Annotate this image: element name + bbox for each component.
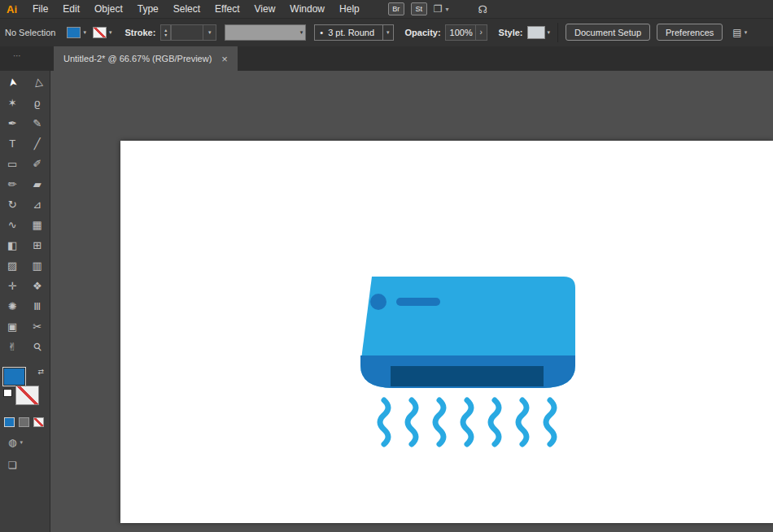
stroke-arrow-icon[interactable]: ▾ xyxy=(109,29,112,36)
stroke-weight-stepper[interactable]: ▴ ▾ xyxy=(160,24,171,41)
drawing-mode-arrow-icon[interactable]: ▾ xyxy=(20,439,23,446)
bridge-icon[interactable]: Br xyxy=(388,2,404,15)
menu-file[interactable]: File xyxy=(25,1,55,18)
column-graph-tool[interactable]: Ⅲ xyxy=(25,296,50,316)
rotate-tool[interactable]: ↻ xyxy=(0,194,25,215)
stroke-label[interactable]: Stroke: xyxy=(124,28,155,37)
stroke-color-swatch[interactable] xyxy=(93,27,107,38)
menu-window[interactable]: Window xyxy=(282,1,332,18)
workspace-switcher-icon[interactable]: ❐ xyxy=(434,3,443,15)
opacity-dropdown-button[interactable]: › xyxy=(476,24,487,41)
variable-width-profile-dropdown[interactable]: • 3 pt. Round ▾ xyxy=(314,24,393,41)
fill-color-swatch[interactable] xyxy=(67,27,81,38)
selection-status: No Selection xyxy=(5,28,55,37)
menu-effect[interactable]: Effect xyxy=(207,1,247,18)
document-tab-title: Untitled-2* @ 66.67% (RGB/Preview) xyxy=(63,54,212,63)
mesh-tool[interactable]: ▨ xyxy=(0,255,25,276)
shaper-tool[interactable]: ✏ xyxy=(0,174,25,194)
document-setup-button[interactable]: Document Setup xyxy=(566,24,650,41)
control-bar: No Selection ▾ ▾ Stroke: ▴ ▾ ▾ ▾ • 3 pt.… xyxy=(0,18,773,47)
divider xyxy=(557,23,558,42)
paintbrush-tool[interactable]: ✐ xyxy=(25,154,50,174)
opacity-value: 100% xyxy=(450,28,473,37)
profile-label: 3 pt. Round xyxy=(328,28,382,37)
brush-definition-dropdown[interactable]: ▾ xyxy=(225,24,306,41)
eyedropper-tool[interactable]: ✛ xyxy=(0,276,25,296)
menu-view[interactable]: View xyxy=(247,1,283,18)
drawing-mode-icon[interactable]: ◍ xyxy=(8,437,16,448)
ac-vent xyxy=(391,366,544,386)
menu-object[interactable]: Object xyxy=(87,1,130,18)
stroke-color-combo[interactable]: ▾ xyxy=(93,27,112,38)
brush-arrow-icon[interactable]: ▾ xyxy=(300,29,304,36)
share-icon[interactable]: ☊ xyxy=(478,3,488,15)
menu-help[interactable]: Help xyxy=(332,1,367,18)
artboard-tool[interactable]: ▣ xyxy=(0,316,25,337)
toolbar-grip-icon[interactable]: ⋯ xyxy=(13,51,23,60)
menu-edit[interactable]: Edit xyxy=(55,1,87,18)
shape-builder-tool[interactable]: ◧ xyxy=(0,235,25,255)
air-conditioner-artwork[interactable] xyxy=(360,277,575,449)
scale-tool[interactable]: ⊿ xyxy=(25,194,50,215)
air-flow-lines xyxy=(380,400,554,444)
direct-selection-tool[interactable]: ▷ xyxy=(25,68,50,96)
canvas[interactable] xyxy=(50,71,773,532)
curvature-tool[interactable]: ✎ xyxy=(25,113,50,133)
stepper-down-icon[interactable]: ▾ xyxy=(164,33,167,37)
fill-swatch[interactable] xyxy=(2,367,26,386)
opacity-field[interactable]: 100% xyxy=(445,24,476,41)
default-fill-stroke-icon[interactable] xyxy=(3,389,12,397)
style-combo[interactable]: ▾ xyxy=(527,26,551,39)
arrange-panel-arrow-icon[interactable]: ▾ xyxy=(745,29,748,36)
rectangle-tool[interactable]: ▭ xyxy=(0,154,25,174)
tools-panel: ➤ ▷ ✶ ϱ ✒ ✎ T ╱ ▭ ✐ ✏ ▰ ↻ ⊿ ∿ ▦ ◧ ⊞ ▨ ▥ … xyxy=(0,71,50,532)
color-mode-button[interactable] xyxy=(4,417,15,427)
ac-indicator-light xyxy=(370,294,386,310)
selection-tool[interactable]: ➤ xyxy=(0,68,24,96)
screen-mode-icon[interactable]: ❏ xyxy=(8,460,17,471)
symbol-sprayer-tool[interactable]: ✺ xyxy=(0,296,25,316)
arrange-panel-icon[interactable]: ▤ xyxy=(732,27,741,38)
stroke-weight-arrow-icon[interactable]: ▾ xyxy=(208,29,212,36)
tools-grid: ➤ ▷ ✶ ϱ ✒ ✎ T ╱ ▭ ✐ ✏ ▰ ↻ ⊿ ∿ ▦ ◧ ⊞ ▨ ▥ … xyxy=(0,71,50,357)
artboard[interactable] xyxy=(120,141,773,523)
pen-tool[interactable]: ✒ xyxy=(0,113,25,133)
close-tab-icon[interactable]: × xyxy=(221,54,228,64)
perspective-grid-tool[interactable]: ⊞ xyxy=(25,235,50,255)
drawing-mode-row: ◍ ▾ xyxy=(0,427,50,448)
profile-bullet-icon: • xyxy=(315,28,328,37)
width-tool[interactable]: ∿ xyxy=(0,215,25,235)
preferences-button[interactable]: Preferences xyxy=(657,24,723,41)
gradient-mode-button[interactable] xyxy=(19,417,29,427)
type-tool[interactable]: T xyxy=(0,133,25,154)
illustrator-logo: Ai xyxy=(0,3,25,15)
fill-stroke-control: ⇄ xyxy=(0,367,50,409)
style-swatch[interactable] xyxy=(527,26,545,39)
eraser-tool[interactable]: ▰ xyxy=(25,174,50,194)
opacity-label[interactable]: Opacity: xyxy=(405,28,441,37)
menu-bar: Ai File Edit Object Type Select Effect V… xyxy=(0,0,773,19)
fill-arrow-icon[interactable]: ▾ xyxy=(83,29,86,36)
profile-arrow-icon[interactable]: ▾ xyxy=(386,29,390,36)
free-transform-tool[interactable]: ▦ xyxy=(25,215,50,235)
gradient-tool[interactable]: ▥ xyxy=(25,255,50,276)
stock-icon[interactable]: St xyxy=(411,2,427,15)
stroke-weight-arrow[interactable]: ▾ xyxy=(203,24,216,41)
ac-display-bar xyxy=(396,298,440,306)
document-tab-bar: ⋯ Untitled-2* @ 66.67% (RGB/Preview) × xyxy=(0,46,773,71)
swap-fill-stroke-icon[interactable]: ⇄ xyxy=(37,368,44,376)
fill-color-combo[interactable]: ▾ xyxy=(67,27,86,38)
document-tab[interactable]: Untitled-2* @ 66.67% (RGB/Preview) × xyxy=(54,46,238,71)
style-arrow-icon[interactable]: ▾ xyxy=(548,29,551,36)
lasso-tool[interactable]: ϱ xyxy=(25,93,50,113)
workspace-arrow-icon[interactable]: ▾ xyxy=(446,6,449,13)
none-mode-button[interactable] xyxy=(33,417,44,427)
stroke-swatch[interactable] xyxy=(15,386,39,405)
blend-tool[interactable]: ❖ xyxy=(25,276,50,296)
arrange-panel-combo[interactable]: ▤ ▾ xyxy=(732,27,747,38)
stroke-weight-field[interactable] xyxy=(171,24,203,41)
menu-select[interactable]: Select xyxy=(166,1,207,18)
screen-mode-row: ❏ xyxy=(0,448,50,471)
menu-type[interactable]: Type xyxy=(130,1,166,18)
line-segment-tool[interactable]: ╱ xyxy=(25,133,50,154)
